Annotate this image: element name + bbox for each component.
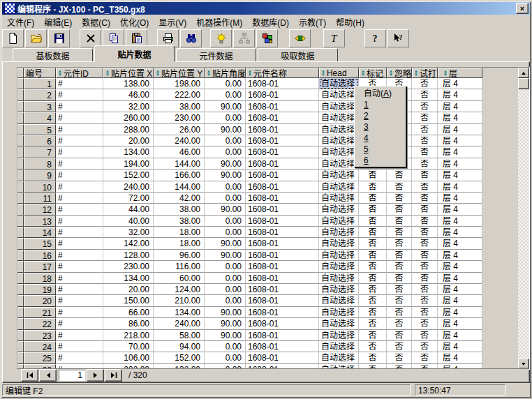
component-id[interactable]: # [56, 341, 103, 352]
component-id[interactable]: # [56, 250, 103, 261]
row-gutter[interactable] [17, 135, 24, 146]
row-gutter[interactable] [17, 78, 24, 89]
layer[interactable]: 层 4 [438, 101, 482, 112]
context-help-button[interactable]: ? [387, 29, 409, 47]
place-y[interactable]: 144.00 [154, 158, 205, 170]
row-number[interactable]: 8 [24, 158, 56, 170]
place-x[interactable]: 128.00 [103, 250, 154, 261]
row-number[interactable]: 21 [24, 307, 56, 318]
mark[interactable]: 否 [359, 250, 387, 261]
mark[interactable]: 否 [359, 295, 387, 306]
place-y[interactable]: 240.00 [154, 135, 205, 146]
head[interactable]: 自动选择 [319, 261, 359, 272]
trial[interactable]: 否 [412, 238, 438, 249]
row-gutter[interactable] [17, 124, 24, 135]
layer[interactable]: 层 4 [438, 124, 482, 135]
menu-item[interactable]: 帮助(H) [331, 15, 369, 29]
head[interactable]: 自动选择 [319, 250, 359, 261]
place-angle[interactable]: 0.00 [205, 216, 246, 227]
row-gutter[interactable] [17, 170, 24, 181]
component-name[interactable]: 1608-01 [246, 238, 319, 249]
place-x[interactable]: 32.00 [103, 227, 154, 238]
column-header[interactable]: ▲▼试打 [412, 68, 438, 78]
place-y[interactable]: 222.00 [154, 89, 205, 100]
component-id[interactable]: # [56, 238, 103, 249]
place-x[interactable]: 218.00 [103, 330, 154, 341]
component-id[interactable]: # [56, 216, 103, 227]
scrollbar-thumb[interactable] [518, 78, 529, 89]
head[interactable]: 自动选择 [319, 170, 359, 181]
layer[interactable]: 层 4 [438, 318, 482, 329]
place-y[interactable]: 38.00 [154, 216, 205, 227]
place-y[interactable]: 198.00 [154, 78, 205, 89]
row-number[interactable]: 4 [24, 112, 56, 123]
row-number[interactable]: 23 [24, 330, 56, 341]
row-gutter[interactable] [17, 101, 24, 112]
place-y[interactable]: 60.00 [154, 273, 205, 284]
trial[interactable]: 否 [412, 78, 438, 89]
place-x[interactable]: 20.00 [103, 284, 154, 295]
place-y[interactable]: 96.00 [154, 250, 205, 261]
layer[interactable]: 层 4 [438, 238, 482, 249]
transform-button[interactable] [289, 29, 311, 47]
last-page-button[interactable] [105, 369, 122, 382]
head[interactable]: 自动选择 [319, 135, 359, 146]
head[interactable]: 自动选择 [319, 318, 359, 329]
place-angle[interactable]: 0.00 [205, 352, 246, 363]
next-page-button[interactable] [87, 369, 104, 382]
component-id[interactable]: # [56, 295, 103, 306]
mark[interactable]: 否 [359, 341, 387, 352]
component-name[interactable]: 1608-01 [246, 146, 319, 158]
menu-item[interactable]: 机器操作(M) [191, 15, 247, 29]
row-gutter[interactable] [17, 273, 24, 284]
component-id[interactable]: # [56, 284, 103, 295]
trial[interactable]: 否 [412, 273, 438, 284]
component-id[interactable]: # [56, 181, 103, 193]
row-number[interactable]: 5 [24, 124, 56, 135]
head[interactable]: 自动选择 [319, 307, 359, 318]
trial[interactable]: 否 [412, 352, 438, 363]
component-name[interactable]: 1608-01 [246, 158, 319, 170]
component-id[interactable]: # [56, 158, 103, 170]
row-gutter[interactable] [17, 250, 24, 261]
row-gutter[interactable] [17, 284, 24, 295]
head[interactable]: 自动选择 [319, 284, 359, 295]
place-y[interactable]: 230.00 [154, 112, 205, 123]
trial[interactable]: 否 [412, 330, 438, 341]
component-id[interactable]: # [56, 78, 103, 89]
component-name[interactable]: 1608-01 [246, 352, 319, 363]
trial[interactable]: 否 [412, 158, 438, 170]
place-angle[interactable]: 0.00 [205, 135, 246, 146]
column-header[interactable]: ▲▼标记 [359, 68, 387, 78]
layer[interactable]: 层 4 [438, 295, 482, 306]
place-y[interactable]: 144.00 [154, 181, 205, 193]
layer[interactable]: 层 4 [438, 284, 482, 295]
place-x[interactable]: 152.00 [103, 170, 154, 181]
menu-item[interactable]: 显示(V) [154, 15, 191, 29]
trial[interactable]: 否 [412, 146, 438, 158]
component-id[interactable]: # [56, 89, 103, 100]
layer[interactable]: 层 4 [438, 89, 482, 100]
trial[interactable]: 否 [412, 204, 438, 215]
distribution-button[interactable] [233, 29, 255, 47]
row-number[interactable]: 13 [24, 216, 56, 227]
place-x[interactable]: 40.00 [103, 216, 154, 227]
place-angle[interactable]: 90.00 [205, 124, 246, 135]
mark[interactable]: 否 [359, 330, 387, 341]
component-id[interactable]: # [56, 101, 103, 112]
component-name[interactable]: 1608-01 [246, 216, 319, 227]
row-number[interactable]: 17 [24, 261, 56, 272]
find-button[interactable] [180, 29, 202, 47]
place-x[interactable]: 32.00 [103, 101, 154, 112]
component-id[interactable]: # [56, 170, 103, 181]
column-header[interactable]: ▲▼元件ID [56, 68, 103, 78]
place-y[interactable]: 134.00 [154, 307, 205, 318]
trial[interactable]: 否 [412, 307, 438, 318]
row-number[interactable]: 6 [24, 135, 56, 146]
head[interactable]: 自动选择 [319, 227, 359, 238]
mark[interactable]: 否 [359, 238, 387, 249]
place-angle[interactable]: 90.00 [205, 330, 246, 341]
trial[interactable]: 否 [412, 101, 438, 112]
mark[interactable]: 否 [359, 227, 387, 238]
print-button[interactable] [157, 29, 179, 47]
